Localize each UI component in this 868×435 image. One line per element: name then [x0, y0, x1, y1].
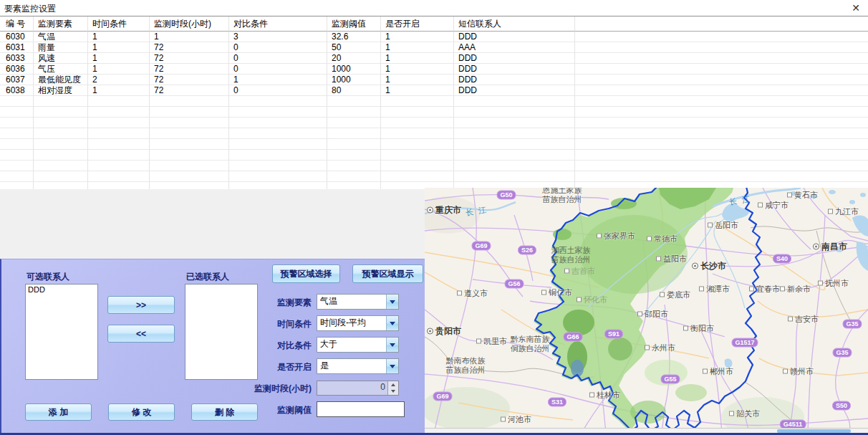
map-city-label: 吉安市	[788, 314, 819, 325]
table-cell: DDD	[454, 53, 575, 64]
table-cell: 1	[381, 64, 454, 75]
map-city-label: 新余市	[780, 284, 811, 295]
table-cell	[150, 171, 229, 182]
table-cell	[229, 128, 327, 139]
threshold-input[interactable]	[317, 401, 405, 417]
table-cell	[0, 128, 34, 139]
city-marker-icon	[787, 193, 792, 198]
table-cell	[454, 161, 575, 171]
table-cell: DDD	[454, 64, 575, 75]
table-cell: 0	[229, 64, 327, 75]
table-cell	[454, 118, 575, 128]
table-cell	[575, 75, 868, 85]
city-marker-icon	[749, 287, 754, 292]
city-marker-icon	[660, 292, 665, 297]
table-cell: 32.6	[327, 32, 381, 42]
enabled-value: 是	[317, 359, 386, 373]
table-cell	[34, 161, 88, 171]
table-cell: 最低能见度	[34, 75, 88, 85]
table-cell	[0, 139, 34, 150]
table-cell	[229, 139, 327, 150]
city-marker-icon	[637, 312, 642, 317]
road-badge: G50	[496, 191, 516, 200]
table-cell	[575, 32, 868, 42]
table-row[interactable]	[0, 128, 868, 139]
table-row[interactable]: 6033风速1720201DDD	[0, 53, 868, 64]
table-row[interactable]: 6036气压172010001DDD	[0, 64, 868, 75]
table-cell: 风速	[34, 53, 88, 64]
map-city-label: 铜仁市	[541, 287, 572, 298]
table-cell: 1	[381, 53, 454, 64]
city-marker-icon	[564, 269, 569, 274]
available-contacts-label: 可选联系人	[26, 271, 69, 283]
table-row[interactable]	[0, 161, 868, 171]
column-header: 短信联系人	[454, 16, 575, 32]
table-row[interactable]: 6038相对湿度1720801DDD	[0, 85, 868, 96]
table-cell	[150, 107, 229, 118]
add-button[interactable]: 添 加	[25, 403, 92, 421]
table-row[interactable]	[0, 150, 868, 161]
table-row[interactable]	[0, 107, 868, 118]
chevron-down-icon[interactable]	[386, 295, 398, 309]
table-cell	[575, 139, 868, 150]
table-cell: 6030	[0, 32, 34, 42]
road-badge: S31	[548, 398, 566, 407]
spinner-up-icon[interactable]	[388, 381, 398, 388]
column-header: 监测要素	[34, 16, 88, 32]
table-cell	[0, 107, 34, 118]
compare-condition-select[interactable]: 大于	[317, 337, 399, 353]
table-cell	[575, 85, 868, 96]
chevron-down-icon[interactable]	[386, 338, 398, 352]
map-view[interactable]: 重庆市长沙市南昌市贵阳市遵义市铜仁市张家界市吉首市怀化市常德市益阳市岳阳市咸宁市…	[425, 188, 868, 433]
table-cell	[229, 96, 327, 107]
table-row[interactable]: 6030气温11332.61DDD	[0, 32, 868, 42]
table-cell	[575, 64, 868, 75]
map-horizontal-scrollbar[interactable]	[425, 428, 868, 433]
table-cell	[575, 53, 868, 64]
move-right-button[interactable]: >>	[107, 296, 175, 314]
city-marker-icon	[476, 339, 481, 344]
table-cell: 1	[88, 42, 150, 53]
available-contacts-listbox[interactable]: DDD	[25, 284, 98, 380]
map-city-label: 张家界市	[597, 231, 635, 242]
table-cell: 6033	[0, 53, 34, 64]
close-icon[interactable]: ✕	[849, 1, 862, 14]
time-condition-select[interactable]: 时间段-平均	[317, 315, 399, 331]
table-cell	[327, 139, 381, 150]
table-cell	[575, 128, 868, 139]
list-item[interactable]: DDD	[26, 285, 97, 295]
map-city-label: 益阳市	[656, 254, 687, 264]
table-row[interactable]: 6037最低能见度272110001DDD	[0, 75, 868, 85]
monitor-hours-spinner[interactable]: 0	[317, 381, 399, 396]
table-row[interactable]	[0, 171, 868, 182]
move-left-button[interactable]: <<	[107, 325, 175, 343]
map-city-label: 黄石市	[787, 190, 818, 201]
city-marker-icon	[828, 209, 833, 214]
table-cell	[229, 107, 327, 118]
capital-marker-icon	[427, 328, 433, 335]
table-cell	[0, 96, 34, 107]
table-cell	[150, 96, 229, 107]
table-row[interactable]	[0, 118, 868, 128]
chevron-down-icon[interactable]	[386, 316, 398, 330]
table-cell	[88, 96, 150, 107]
table-cell	[150, 139, 229, 150]
selected-contacts-label: 已选联系人	[186, 271, 229, 283]
monitor-element-select[interactable]: 气温	[317, 294, 399, 310]
table-cell: DDD	[454, 75, 575, 85]
table-row[interactable]: 6031雨量1720501AAA	[0, 42, 868, 53]
chevron-down-icon[interactable]	[386, 359, 398, 373]
table-cell: 1	[150, 32, 229, 42]
warn-region-select-button[interactable]: 预警区域选择	[272, 264, 340, 283]
warn-region-show-button[interactable]: 预警区域显示	[352, 264, 423, 283]
modify-button[interactable]: 修 改	[108, 403, 175, 421]
enabled-select[interactable]: 是	[317, 358, 399, 374]
road-badge: G55	[660, 375, 680, 384]
monitor-table[interactable]: 编 号监测要素时间条件监测时段(小时)对比条件监测阈值是否开启短信联系人6030…	[0, 16, 868, 191]
spinner-down-icon[interactable]	[388, 388, 398, 396]
table-row[interactable]	[0, 96, 868, 107]
table-cell: 3	[229, 32, 327, 42]
table-cell: 2	[88, 75, 150, 85]
table-row[interactable]	[0, 139, 868, 150]
table-cell: 1	[229, 75, 327, 85]
